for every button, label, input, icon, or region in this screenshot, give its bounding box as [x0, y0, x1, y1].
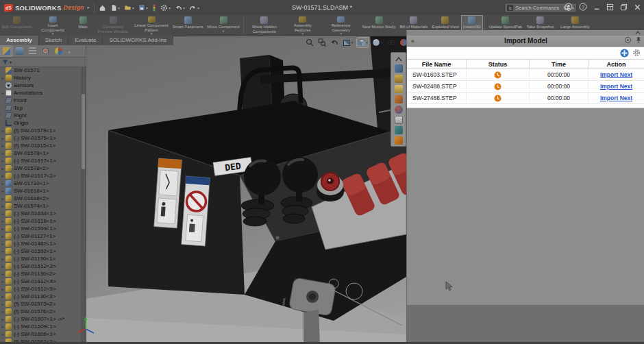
dropdown-caret-icon[interactable]: ▾: [381, 40, 383, 45]
undo-icon[interactable]: ▾: [175, 5, 185, 11]
dimxpertmanager-icon[interactable]: [39, 45, 52, 57]
minimize-icon[interactable]: [593, 1, 600, 14]
tab-assembly[interactable]: Assembly: [0, 36, 39, 45]
expand-arrow-icon[interactable]: ▸: [0, 264, 5, 269]
section-view-icon[interactable]: ▾: [342, 38, 354, 47]
dropdown-caret-icon[interactable]: ▾: [223, 29, 225, 33]
tree-item-sw-01612-3[interactable]: ▸(-) SW-01612<3>: [0, 262, 81, 270]
open-file-icon[interactable]: ▾: [124, 4, 134, 11]
expand-arrow-icon[interactable]: ▸: [0, 204, 5, 208]
expand-arrow-icon[interactable]: ▸: [0, 136, 5, 140]
dropdown-caret-icon[interactable]: ▾: [351, 40, 354, 45]
expand-arrow-icon[interactable]: ▸: [0, 143, 5, 148]
tree-item-sw-01634-1[interactable]: ▸(-) SW-01634<1>: [0, 210, 81, 217]
save-icon[interactable]: ▾: [138, 4, 148, 11]
tree-item-sw-01574-1[interactable]: ▸SW-01574<1>: [0, 202, 81, 210]
expand-arrow-icon[interactable]: ▸: [0, 196, 5, 201]
import-next-link[interactable]: Import Next: [600, 95, 632, 101]
expand-arrow-icon[interactable]: ▸: [0, 279, 5, 284]
tree-item-f-sw-01576-2[interactable]: ▸(f) SW-01576<2>: [0, 308, 81, 315]
expand-arrow-icon[interactable]: ▸: [0, 181, 5, 186]
dropdown-caret-icon[interactable]: ▾: [118, 5, 120, 10]
solidworks-resources-icon[interactable]: [395, 64, 403, 73]
home-icon[interactable]: [99, 4, 106, 12]
expand-arrow-icon[interactable]: ▸: [0, 332, 5, 336]
graphics-viewport[interactable]: DED: [86, 36, 406, 344]
move-component-button[interactable]: Move Component▾: [205, 15, 241, 36]
tab-solidworks-add-ins[interactable]: SOLIDWORKS Add-Ins: [103, 36, 173, 45]
tree-item-sw-01609-1[interactable]: ▸(-) SW-01609<1>: [0, 323, 81, 330]
tree-item-right[interactable]: ▸Right: [0, 112, 81, 119]
expand-arrow-icon[interactable]: ▸: [0, 188, 5, 193]
expand-arrow-icon[interactable]: ▸: [0, 241, 5, 246]
tree-item-annotations[interactable]: ▸Annotations: [0, 89, 81, 97]
displaymanager-icon[interactable]: [52, 45, 65, 57]
zoom-to-area-icon[interactable]: [317, 38, 327, 47]
expand-arrow-icon[interactable]: ▸: [0, 317, 5, 321]
zoom-to-fit-icon[interactable]: [305, 38, 314, 47]
tree-item-sw-01607-1[interactable]: ▸(-) SW-01607<1> ->*: [0, 315, 81, 323]
expand-tabs-icon[interactable]: ›: [65, 45, 73, 57]
dropdown-caret-icon[interactable]: ▾: [340, 32, 342, 36]
tree-item-front[interactable]: ▸Front: [0, 97, 81, 104]
expand-arrow-icon[interactable]: ▸: [0, 75, 5, 80]
tree-item-sw-01482-1[interactable]: ▸(-) SW-01482<1>: [0, 240, 81, 247]
menu-expand-icon[interactable]: ▸: [87, 5, 90, 10]
new-motion-study-button[interactable]: New Motion Study: [360, 15, 398, 36]
expand-arrow-icon[interactable]: ▸: [0, 271, 5, 276]
add-files-icon[interactable]: [620, 49, 629, 58]
tree-item-sw-01578-2[interactable]: ▸SW-01578<2>: [0, 164, 81, 172]
expand-arrow-icon[interactable]: ▸: [0, 90, 5, 95]
tree-item-sw-01130-1[interactable]: ▸(-) SW-01130<1>: [0, 255, 81, 262]
custom-properties-icon[interactable]: [395, 116, 403, 124]
ui-layout-icon[interactable]: [606, 1, 614, 14]
view-palette-icon[interactable]: [395, 95, 403, 103]
configurationmanager-icon[interactable]: [26, 45, 39, 57]
tree-item-sw-01130-3[interactable]: ▸(-) SW-01130<3>: [0, 293, 81, 300]
pin-icon[interactable]: [635, 36, 642, 44]
expand-arrow-icon[interactable]: ▸: [0, 302, 5, 306]
tree-filter-row[interactable]: ▾: [0, 58, 86, 67]
expand-arrow-icon[interactable]: ▸: [0, 128, 5, 133]
file-explorer-icon[interactable]: [395, 85, 403, 93]
restore-icon[interactable]: [620, 1, 628, 14]
tree-item-sw-01618-2[interactable]: ▸SW-01618<2>: [0, 195, 81, 202]
appearances-scenes-icon[interactable]: [395, 106, 403, 114]
tab-evaluate[interactable]: Evaluate: [69, 36, 103, 45]
help-icon[interactable]: ?: [579, 1, 587, 14]
redo-icon[interactable]: ▾: [189, 5, 199, 11]
tree-item-sw-01616-1[interactable]: ▸(-) SW-01616<1>: [0, 217, 81, 225]
tree-item-sw-01710-1[interactable]: ▸SW-01710<1>: [0, 180, 81, 187]
expand-arrow-icon[interactable]: ▸: [0, 234, 5, 238]
tree-item-f-sw-01579-1[interactable]: ▸(f) SW-01579<1>: [0, 127, 81, 134]
expand-arrow-icon[interactable]: ▸: [0, 309, 5, 314]
reference-geometry-button[interactable]: Reference Geometry▾: [322, 15, 360, 36]
tree-item-sw-01578-1[interactable]: ▸SW-01578<1>: [0, 149, 81, 157]
tree-item-sw-01617-2[interactable]: ▸(-) SW-01617<2>: [0, 172, 81, 180]
dropdown-caret-icon[interactable]: ▾: [169, 5, 171, 10]
tree-item-sw-01127-1[interactable]: ▸(-) SW-01127<1>: [0, 232, 81, 240]
linear-component-pattern-button[interactable]: Linear Component Pattern▾: [132, 15, 171, 36]
options-icon[interactable]: ▾: [160, 4, 171, 12]
previous-view-icon[interactable]: [330, 38, 339, 47]
insert-components-button[interactable]: Insert Components▾: [34, 15, 72, 36]
new-document-icon[interactable]: ▾: [110, 4, 120, 12]
tree-item-sw-01592-1[interactable]: ▸(-) SW-01592<1>: [0, 247, 81, 255]
settings-gear-icon[interactable]: [632, 49, 641, 57]
tree-item-sw-01617-1[interactable]: ▸(-) SW-01617<1>: [0, 157, 81, 164]
featuremanager-tree-icon[interactable]: [0, 45, 13, 57]
expand-arrow-icon[interactable]: ▸: [0, 226, 5, 231]
panel-options-icon[interactable]: [624, 36, 632, 44]
tree-item-sensors[interactable]: ▸Sensors: [0, 82, 81, 89]
dropdown-caret-icon[interactable]: ▾: [197, 5, 199, 10]
expand-arrow-icon[interactable]: ▸: [0, 151, 5, 156]
import-model-header[interactable]: « Import Model: [407, 36, 644, 47]
show-hidden-components-button[interactable]: Show Hidden Components: [245, 15, 284, 36]
tree-root-assembly[interactable]: ▸SW-01571: [0, 66, 81, 74]
collapse-up-icon[interactable]: [635, 31, 641, 35]
tab-sketch[interactable]: Sketch: [39, 36, 69, 45]
hide-show-items-icon[interactable]: [386, 38, 396, 47]
tree-item-sw-01606-1[interactable]: ▸(-) SW-01606<1>: [0, 330, 81, 338]
dropdown-caret-icon[interactable]: ▾: [367, 40, 369, 45]
expand-arrow-icon[interactable]: ▸: [0, 256, 5, 261]
